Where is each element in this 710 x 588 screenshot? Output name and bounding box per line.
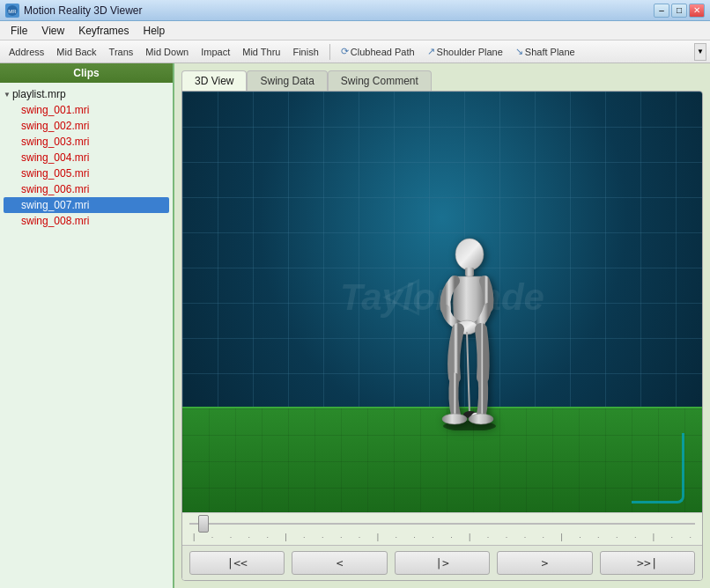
playback-button-0[interactable]: |<<	[189, 551, 285, 575]
list-item[interactable]: swing_006.mri	[4, 181, 169, 197]
toolbar-btn-trans[interactable]: Trans	[104, 45, 139, 59]
toolbar-separator	[329, 44, 330, 60]
viewport-background: ◁ TaylorMade	[182, 92, 702, 512]
teal-accent	[632, 433, 684, 503]
main-area: Clips ▼ playlist.mrp swing_001.mriswing_…	[0, 63, 710, 588]
tick: ·	[432, 533, 434, 541]
tick: |	[653, 533, 655, 541]
toolbar-overflow-button[interactable]: ▼	[694, 43, 706, 61]
menu-item-view[interactable]: View	[34, 23, 71, 39]
list-item[interactable]: swing_007.mri	[4, 197, 169, 213]
tick: |	[377, 533, 379, 541]
svg-text:MR: MR	[8, 9, 17, 14]
toolbar-icon-btn-clubhead-path[interactable]: ⟳ Clubhead Path	[336, 44, 420, 59]
playback-controls: |<<<|>>>>|	[182, 545, 702, 580]
window-controls[interactable]: – □ ✕	[654, 4, 705, 18]
svg-rect-4	[465, 268, 474, 276]
tick: ·	[671, 533, 674, 541]
tick: ·	[597, 533, 600, 541]
toolbar-icon-btn-shoulder-plane[interactable]: ↗ Shoulder Plane	[422, 44, 508, 59]
tick: |	[560, 533, 562, 541]
app-icon: MR	[5, 4, 19, 18]
tick: ·	[689, 533, 692, 541]
tick: ·	[266, 533, 269, 541]
sidebar-header: Clips	[0, 63, 173, 83]
clips-tree: ▼ playlist.mrp swing_001.mriswing_002.mr…	[0, 83, 173, 588]
svg-point-10	[469, 414, 493, 424]
toolbar-btn-mid-thru[interactable]: Mid Thru	[237, 45, 285, 59]
view-panel: ◁ TaylorMade	[181, 91, 703, 581]
list-item[interactable]: swing_005.mri	[4, 165, 169, 181]
tick: |	[193, 533, 195, 541]
svg-point-9	[442, 414, 467, 424]
tick: ·	[211, 533, 214, 541]
close-button[interactable]: ✕	[689, 4, 705, 18]
tree-expand-icon: ▼	[4, 91, 11, 99]
svg-line-6	[467, 332, 470, 413]
slider-track[interactable]	[189, 517, 695, 531]
title-bar: MR Motion Reality 3D Viewer – □ ✕	[0, 0, 710, 21]
playback-button-1[interactable]: <	[292, 551, 387, 575]
menu-item-help[interactable]: Help	[137, 23, 173, 39]
toolbar: AddressMid BackTransMid DownImpactMid Th…	[0, 40, 710, 63]
tab-swing-data[interactable]: Swing Data	[247, 70, 327, 91]
toolbar-btn-mid-down[interactable]: Mid Down	[140, 45, 194, 59]
tick: ·	[579, 533, 581, 541]
logo-mark: ◁	[382, 265, 419, 321]
toolbar-btn-impact[interactable]: Impact	[196, 45, 235, 59]
slider-area: |····|····|····|····|····|··	[182, 512, 702, 545]
list-item[interactable]: swing_003.mri	[4, 134, 169, 150]
tick: ·	[524, 533, 527, 541]
tick: ·	[487, 533, 490, 541]
viewport: ◁ TaylorMade	[182, 92, 702, 512]
menu-bar: FileViewKeyframesHelp	[0, 21, 710, 40]
tick: ·	[395, 533, 397, 541]
tree-root[interactable]: ▼ playlist.mrp	[4, 86, 169, 102]
tick: ·	[322, 533, 324, 541]
tick: ·	[506, 533, 508, 541]
maximize-button[interactable]: □	[671, 4, 687, 18]
playback-button-4[interactable]: >>|	[600, 551, 695, 575]
tick: ·	[340, 533, 343, 541]
tick: ·	[248, 533, 251, 541]
toolbar-icon-btn-shaft-plane[interactable]: ↘ Shaft Plane	[510, 44, 581, 59]
toolbar-btn-finish[interactable]: Finish	[287, 45, 323, 59]
tick: ·	[616, 533, 618, 541]
toolbar-btn-mid-back[interactable]: Mid Back	[51, 45, 101, 59]
list-item[interactable]: swing_004.mri	[4, 150, 169, 165]
toolbar-btn-address[interactable]: Address	[4, 45, 49, 59]
list-item[interactable]: swing_008.mri	[4, 213, 169, 229]
menu-item-keyframes[interactable]: Keyframes	[71, 23, 136, 39]
tick: ·	[634, 533, 637, 541]
golfer-svg	[421, 237, 527, 430]
tick: ·	[543, 533, 545, 541]
menu-item-file[interactable]: File	[4, 23, 34, 39]
tick: ·	[450, 533, 453, 541]
tree-root-label: playlist.mrp	[12, 88, 66, 100]
slider-line	[189, 523, 695, 525]
slider-ticks: |····|····|····|····|····|··	[189, 533, 695, 541]
slider-thumb[interactable]	[198, 515, 209, 533]
tab-3d-view[interactable]: 3D View	[181, 70, 247, 91]
tab-swing-comment[interactable]: Swing Comment	[328, 70, 432, 91]
sidebar: Clips ▼ playlist.mrp swing_001.mriswing_…	[0, 63, 174, 588]
playback-button-3[interactable]: >	[497, 551, 592, 575]
golfer-figure	[421, 237, 527, 433]
tick: |	[469, 533, 470, 541]
tick: ·	[413, 533, 416, 541]
tick: ·	[303, 533, 306, 541]
content-area: 3D ViewSwing DataSwing Comment ◁ TaylorM…	[174, 63, 710, 588]
list-item[interactable]: swing_002.mri	[4, 118, 169, 134]
tick: ·	[230, 533, 233, 541]
tick: ·	[359, 533, 361, 541]
minimize-button[interactable]: –	[654, 4, 669, 18]
window-title: Motion Reality 3D Viewer	[24, 4, 654, 17]
tab-bar: 3D ViewSwing DataSwing Comment	[181, 70, 703, 91]
list-item[interactable]: swing_001.mri	[4, 102, 169, 118]
tick: |	[285, 533, 286, 541]
playback-button-2[interactable]: |>	[395, 551, 490, 575]
svg-point-3	[455, 239, 484, 270]
